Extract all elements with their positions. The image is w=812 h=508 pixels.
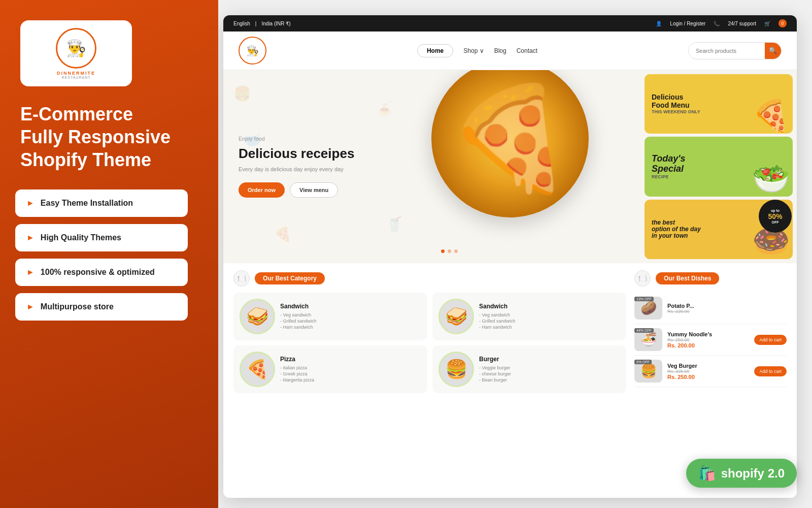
nav-contact[interactable]: Contact [517, 47, 537, 54]
feature-responsive: ► 100% responsive & optimized [15, 259, 188, 286]
feature-multipurpose: ► Multipurpose store [15, 293, 188, 321]
dish-noodles-info: Yummy Noodle's Rs. 250.00 Rs. 200.00 [667, 331, 749, 348]
topbar-left: English | India (INR ₹) [233, 21, 291, 26]
cat-pizza-item-1: Italian pizza [280, 365, 314, 371]
dish-burger-badge: 6% OFF [634, 360, 652, 364]
cat-sandwich-item-2: Grilled sandwich [280, 318, 317, 324]
cat-card-pizza: 🍕 Pizza Italian pizza Greek pizza Marger… [233, 345, 427, 393]
topbar-separator: | [255, 21, 257, 26]
cat-burger-name: Burger [479, 356, 511, 363]
side-card-2: Today'sSpecial RECIPE 🥗 [645, 137, 793, 196]
cat-sandwich-item-3: Ham sandwich [280, 324, 317, 330]
dish-potato-badge: 13% OFF [634, 297, 654, 301]
feature-label-1: Easy Theme Installation [41, 199, 133, 208]
category-section-title: Our Best Category [255, 272, 325, 284]
pizza-image: 🍕 [431, 70, 589, 217]
dish-noodles-cart-button[interactable]: Add to cart [754, 335, 787, 345]
dish-card-burger: 6% OFF 🍔 Veg Burger Rs. 325.00 Rs. 250.0… [634, 356, 787, 387]
dish-burger-price-old: Rs. 325.00 [667, 369, 749, 374]
feature-label-3: 100% responsive & optimized [41, 268, 155, 277]
category-section: 🍽️ Our Best Category 🥪 Sandwich Veg sand… [233, 270, 626, 491]
side-card-2-sub: RECIPE [652, 174, 686, 179]
dish-burger-price-new: Rs. 250.00 [667, 374, 749, 380]
site-logo-emoji: 👨‍🍳 [246, 45, 259, 57]
cat-card-sandwich: 🥪 Sandwich Veg sandwich Grilled sandwich… [233, 293, 427, 340]
hero-pizza-area: 🍕 [431, 70, 589, 217]
shopify-badge: 🛍️ shopify 2.0 [686, 459, 797, 488]
dish-noodles-price-old: Rs. 250.00 [667, 337, 749, 342]
nav-shop[interactable]: Shop ∨ [463, 47, 484, 54]
cat-sandwich2-img: 🥪 [438, 299, 474, 334]
dish-burger-info: Veg Burger Rs. 325.00 Rs. 250.00 [667, 363, 749, 380]
dish-burger-name: Veg Burger [667, 363, 749, 369]
cat-burger-item-2: cheese burger [479, 371, 511, 377]
cat-burger-img: 🍔 [438, 352, 474, 387]
search-button[interactable]: 🔍 [765, 43, 781, 59]
topbar-login[interactable]: Login / Register [670, 21, 705, 26]
site-header: 👨‍🍳 Home Shop ∨ Blog Contact 🔍 [223, 31, 797, 70]
feature-label-2: High Quality Themes [41, 233, 121, 242]
cat-pizza-img: 🍕 [240, 352, 275, 387]
cat-burger-info: Burger Veggie burger cheese burger Bean … [479, 356, 511, 383]
discount-badge: up to 50% OFF [759, 200, 792, 233]
nav-blog[interactable]: Blog [494, 47, 506, 54]
dish-card-noodles: 44% OFF 🍜 Yummy Noodle's Rs. 250.00 Rs. … [634, 324, 787, 356]
nav-home[interactable]: Home [417, 44, 453, 57]
category-section-header: 🍽️ Our Best Category [233, 270, 626, 287]
shopify-logo-icon: 🛍️ [698, 465, 716, 482]
cat-card-sandwich2: 🥪 Sandwich Veg sandwich Grilled sandwich… [432, 293, 626, 340]
topbar-lang: English [233, 21, 250, 26]
dish-burger-cart-button[interactable]: Add to cart [754, 366, 787, 376]
cat-pizza-name: Pizza [280, 356, 314, 363]
topbar-region: India (INR ₹) [261, 21, 290, 26]
logo-circle: 👨‍🍳 [56, 28, 96, 69]
arrow-icon-4: ► [26, 302, 35, 311]
arrow-icon-3: ► [26, 268, 35, 277]
badge-off: OFF [772, 220, 779, 224]
dishes-section-title: Our Best Dishes [656, 272, 719, 284]
dish-noodles-price-new: Rs. 200.00 [667, 342, 749, 348]
browser-window: English | India (INR ₹) 👤 Login / Regist… [223, 15, 797, 498]
dishes-section: 🍽️ Our Best Dishes 13% OFF 🥔 Potato P...… [634, 270, 787, 491]
main-headline: E-CommerceFully ResponsiveShopify Theme [20, 103, 171, 171]
site-nav: Home Shop ∨ Blog Contact [417, 44, 537, 57]
hero-section: 🍔 🥣 🍕 🍝 🥤 Enjoy food Delicious receipes … [223, 70, 797, 263]
cat-sandwich2-info: Sandwich Veg sandwich Grilled sandwich H… [479, 303, 516, 330]
dish-noodles-badge: 44% OFF [634, 328, 654, 333]
bottom-section: 🍽️ Our Best Category 🥪 Sandwich Veg sand… [223, 263, 797, 498]
dish-card-potato: 13% OFF 🥔 Potato P... Rs. 225.00 [634, 293, 787, 324]
feature-high-quality: ► High Quality Themes [15, 224, 188, 251]
topbar-phone-icon: 📞 [714, 21, 720, 26]
dishes-section-icon: 🍽️ [634, 270, 651, 287]
cat-sandwich-item-1: Veg sandwich [280, 312, 317, 318]
cat-sandwich2-item-3: Ham sandwich [479, 324, 516, 330]
view-menu-button[interactable]: View menu [290, 182, 338, 198]
dish-potato-price-old: Rs. 225.00 [667, 309, 787, 314]
hero-right-cards: DeliciousFood Menu THIS WEEKEND ONLY 🍕 T… [645, 70, 797, 263]
cat-pizza-item-2: Greek pizza [280, 371, 314, 377]
cat-burger-item-3: Bean burger [479, 377, 511, 383]
cat-sandwich-info: Sandwich Veg sandwich Grilled sandwich H… [280, 303, 317, 330]
search-input[interactable] [689, 45, 765, 56]
side-card-1-food: 🍕 [752, 98, 790, 134]
order-now-button[interactable]: Order now [239, 182, 285, 198]
logo-sub: RESTAURANT [62, 76, 91, 79]
cat-pizza-info: Pizza Italian pizza Greek pizza Margerit… [280, 356, 314, 383]
category-section-icon: 🍽️ [233, 270, 250, 287]
cat-burger-item-1: Veggie burger [479, 365, 511, 371]
side-card-1-sub: THIS WEEKEND ONLY [652, 109, 700, 114]
badge-percent: 50% [768, 212, 782, 220]
cat-sandwich2-item-2: Grilled sandwich [479, 318, 516, 324]
cat-card-burger: 🍔 Burger Veggie burger cheese burger Bea… [432, 345, 626, 393]
dish-noodles-name: Yummy Noodle's [667, 331, 749, 337]
arrow-icon-1: ► [26, 199, 35, 208]
side-card-1: DeliciousFood Menu THIS WEEKEND ONLY 🍕 [645, 74, 793, 134]
logo-card: 👨‍🍳 DINNERMITE RESTAURANT [20, 20, 132, 86]
topbar-cart-count: 0 [779, 19, 787, 27]
side-card-3-title: the bestoption of the dayin your town [652, 219, 701, 240]
cat-sandwich-img: 🥪 [240, 299, 275, 334]
left-panel: 👨‍🍳 DINNERMITE RESTAURANT E-CommerceFull… [0, 0, 218, 508]
topbar-support: 24/7 support [728, 21, 756, 26]
topbar-cart-icon[interactable]: 🛒 [764, 21, 770, 26]
cat-pizza-item-3: Margerita pizza [280, 377, 314, 383]
